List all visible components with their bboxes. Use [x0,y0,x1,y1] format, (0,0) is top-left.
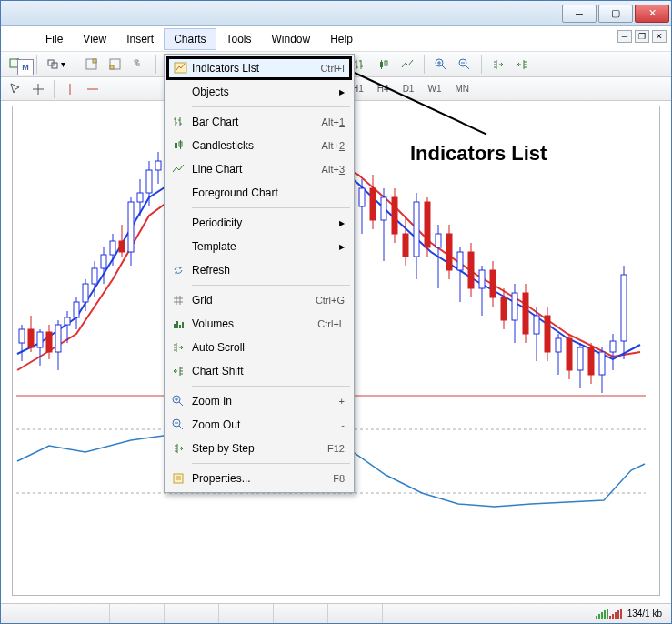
menu-view[interactable]: View [73,28,116,50]
menu-window[interactable]: Window [262,28,321,50]
svg-rect-106 [468,252,474,288]
svg-rect-40 [92,268,97,284]
cursor-button[interactable] [5,79,26,99]
submenu-arrow-icon: ▶ [339,243,345,251]
svg-rect-94 [403,234,408,257]
menu-objects[interactable]: Objects ▶ [166,80,352,104]
titlebar: ─ ▢ ✕ [1,1,671,26]
menu-step-by-step[interactable]: Step by Step F12 [166,437,352,460]
menu-auto-scroll[interactable]: Auto Scroll [166,336,352,359]
properties-icon [170,470,186,487]
menu-properties[interactable]: Properties... F8 [166,467,352,490]
menu-bar-chart[interactable]: Bar Chart Alt+1 [166,110,352,134]
menu-candlesticks[interactable]: Candlesticks Alt+2 [166,134,352,157]
candle-chart-button[interactable] [373,55,395,75]
menu-item-label: Refresh [192,264,230,277]
menu-line-chart[interactable]: Line Chart Alt+3 [166,157,352,181]
status-seg [1,604,110,623]
step-icon [170,440,186,457]
close-button[interactable]: ✕ [635,5,669,23]
shortcut-label: + [339,396,345,407]
menu-help[interactable]: Help [320,28,363,50]
volumes-icon [170,316,186,332]
svg-rect-24 [19,329,25,343]
svg-rect-38 [83,284,88,302]
hline-button[interactable] [82,79,104,99]
svg-rect-42 [101,255,106,268]
svg-rect-134 [621,275,627,341]
svg-rect-114 [512,293,517,320]
traffic-label: 134/1 kb [627,609,662,619]
menubar: M File View Insert Charts Tools Window H… [1,26,671,52]
menu-item-label: Indicators List [192,62,259,75]
maximize-button[interactable]: ▢ [598,5,633,23]
candlestick-icon [170,137,186,154]
menu-zoom-in[interactable]: Zoom In + [166,389,352,413]
zoom-in-icon [170,393,186,409]
svg-rect-88 [370,188,376,220]
svg-rect-30 [46,332,52,352]
menu-tools[interactable]: Tools [216,28,262,50]
menu-item-label: Properties... [192,472,251,485]
menu-item-label: Periodicity [192,216,242,229]
market-watch-button[interactable] [81,55,103,75]
tf-mn[interactable]: MN [448,80,476,98]
profiles-button[interactable]: ▾ [43,55,69,75]
app-window: ─ ▢ ✕ M File View Insert Charts Tools Wi… [0,0,672,624]
svg-rect-34 [65,317,70,325]
menu-charts[interactable]: Charts [164,28,216,50]
chart-shift-button[interactable] [511,55,533,75]
navigator-button[interactable] [128,55,150,75]
menu-chart-shift[interactable]: Chart Shift [166,359,352,383]
svg-rect-86 [359,188,365,206]
svg-rect-126 [577,347,583,370]
status-seg [328,604,383,623]
shortcut-label: Ctrl+G [316,295,345,306]
mdi-close-button[interactable]: ✕ [652,30,667,43]
menu-template[interactable]: Template ▶ [166,235,352,258]
crosshair-button[interactable] [27,79,49,99]
menu-item-label: Zoom In [192,395,232,408]
svg-rect-112 [501,297,507,320]
mdi-restore-button[interactable]: ❐ [635,30,649,43]
menu-item-label: Chart Shift [192,365,244,377]
svg-rect-98 [425,202,430,247]
svg-rect-132 [610,341,616,352]
status-seg [274,604,328,623]
svg-rect-110 [490,270,496,297]
zoom-out-button[interactable] [454,55,476,75]
line-chart-button[interactable] [396,55,418,75]
vline-button[interactable] [59,79,81,99]
zoom-in-button[interactable] [430,55,452,75]
shortcut-label: Ctrl+L [317,318,345,329]
shortcut-label: Alt+2 [322,140,345,151]
menu-item-label: Bar Chart [192,116,238,128]
menu-insert[interactable]: Insert [116,28,164,50]
svg-rect-44 [110,241,115,255]
svg-rect-96 [414,202,419,257]
tf-w1[interactable]: W1 [421,80,447,98]
mdi-minimize-button[interactable]: ─ [617,30,632,43]
menu-foreground-chart[interactable]: Foreground Chart [166,181,352,205]
svg-rect-26 [28,329,34,347]
shortcut-label: F12 [327,443,345,454]
shortcut-label: Alt+1 [322,116,345,127]
auto-scroll-button[interactable] [487,55,509,75]
menu-file[interactable]: File [35,28,73,50]
minimize-button[interactable]: ─ [562,5,597,23]
svg-rect-122 [556,338,561,352]
svg-rect-6 [110,65,114,69]
menu-grid[interactable]: Grid Ctrl+G [166,288,352,312]
menu-volumes[interactable]: Volumes Ctrl+L [166,312,352,336]
menu-zoom-out[interactable]: Zoom Out - [166,413,352,437]
menu-indicators-list[interactable]: Indicators List Ctrl+I [166,56,352,80]
svg-rect-48 [128,202,134,252]
shortcut-label: Ctrl+I [320,63,345,74]
menu-periodicity[interactable]: Periodicity ▶ [166,211,352,235]
svg-rect-21 [174,474,183,483]
svg-rect-28 [37,332,43,347]
menu-refresh[interactable]: Refresh [166,258,352,282]
data-window-button[interactable] [105,55,126,75]
menu-item-label: Step by Step [192,442,255,455]
statusbar: 134/1 kb [1,603,671,623]
